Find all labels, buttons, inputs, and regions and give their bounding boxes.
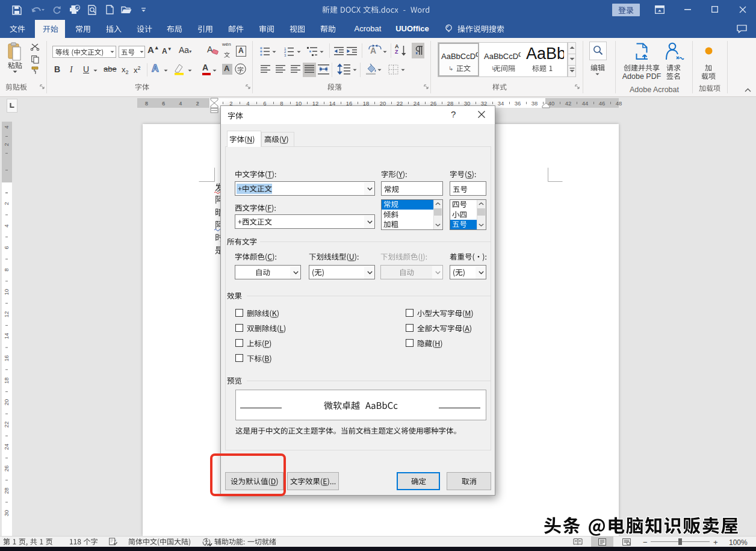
svg-text:16: 16: [3, 355, 10, 362]
svg-text:30: 30: [3, 510, 10, 517]
svg-text:22: 22: [3, 422, 10, 428]
svg-text:20: 20: [3, 399, 10, 406]
svg-text:x: x: [114, 538, 116, 542]
svg-text:10: 10: [3, 289, 10, 296]
svg-text:28: 28: [3, 488, 10, 494]
svg-text:18: 18: [3, 378, 10, 384]
svg-text:26: 26: [3, 465, 10, 472]
svg-text:8: 8: [3, 268, 10, 271]
svg-text:12: 12: [3, 311, 10, 318]
svg-text:14: 14: [3, 333, 10, 340]
svg-text:24: 24: [3, 444, 10, 450]
svg-text:6: 6: [3, 246, 10, 249]
